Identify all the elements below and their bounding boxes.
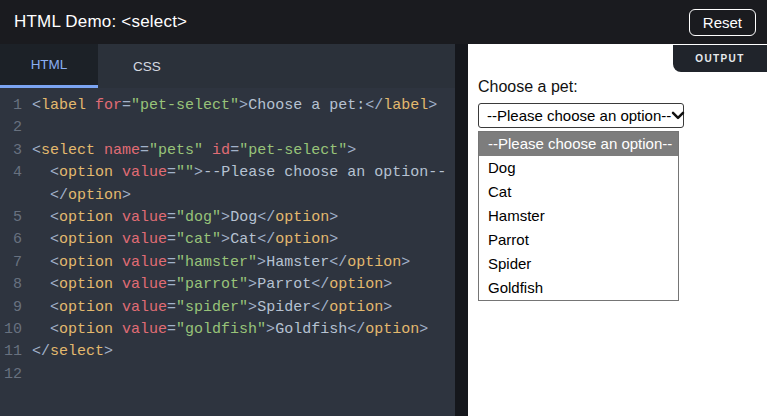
line-number: 6 — [0, 229, 22, 251]
line-number — [0, 185, 22, 207]
code-text: <option value="dog">Dog</option> — [32, 207, 338, 229]
pet-select[interactable]: --Please choose an option-- — [478, 103, 684, 128]
code-line: 12 — [0, 364, 455, 386]
dropdown-option[interactable]: Hamster — [479, 204, 678, 228]
tab-css[interactable]: CSS — [98, 44, 196, 88]
code-line: 9 <option value="spider">Spider</option> — [0, 297, 455, 319]
header: HTML Demo: <select> Reset — [0, 0, 767, 44]
code-line: 6 <option value="cat">Cat</option> — [0, 229, 455, 251]
line-number: 7 — [0, 252, 22, 274]
app-window: HTML Demo: <select> Reset HTML CSS 1<lab… — [0, 0, 767, 416]
output-content: Choose a pet: --Please choose an option-… — [468, 44, 767, 301]
code-text: <label for="pet-select">Choose a pet:</l… — [32, 95, 437, 117]
code-text: <option value="">--Please choose an opti… — [32, 162, 446, 184]
reset-button[interactable]: Reset — [689, 9, 756, 36]
code-line: 11</select> — [0, 341, 455, 363]
line-number: 11 — [0, 341, 22, 363]
code-text: <option value="spider">Spider</option> — [32, 297, 392, 319]
code-text: </option> — [32, 185, 131, 207]
code-line: </option> — [0, 185, 455, 207]
line-number: 1 — [0, 95, 22, 117]
line-number: 4 — [0, 162, 22, 184]
pet-select-value: --Please choose an option-- — [487, 107, 671, 124]
code-text: <select name="pets" id="pet-select"> — [32, 140, 356, 162]
pane-resizer[interactable] — [455, 44, 468, 416]
code-text: <option value="hamster">Hamster</option> — [32, 252, 410, 274]
output-pane: OUTPUT Choose a pet: --Please choose an … — [468, 44, 767, 416]
line-number: 5 — [0, 207, 22, 229]
dropdown-option[interactable]: Parrot — [479, 228, 678, 252]
line-number: 12 — [0, 364, 22, 386]
code-text: <option value="goldfish">Goldfish</optio… — [32, 319, 428, 341]
line-number: 3 — [0, 140, 22, 162]
code-line: 4 <option value="">--Please choose an op… — [0, 162, 455, 184]
code-line: 8 <option value="parrot">Parrot</option> — [0, 274, 455, 296]
pet-select-label: Choose a pet: — [478, 78, 767, 96]
page-title: HTML Demo: <select> — [14, 12, 187, 32]
chevron-down-icon — [671, 111, 685, 120]
code-text: <option value="parrot">Parrot</option> — [32, 274, 392, 296]
code-line: 3<select name="pets" id="pet-select"> — [0, 140, 455, 162]
select-dropdown: --Please choose an option--DogCatHamster… — [478, 131, 679, 301]
line-number: 9 — [0, 297, 22, 319]
code-line: 5 <option value="dog">Dog</option> — [0, 207, 455, 229]
line-number: 2 — [0, 117, 22, 139]
line-number: 10 — [0, 319, 22, 341]
code-text: </select> — [32, 341, 113, 363]
dropdown-option[interactable]: Goldfish — [479, 276, 678, 300]
code-line: 2 — [0, 117, 455, 139]
tab-html[interactable]: HTML — [0, 44, 98, 88]
code-line: 7 <option value="hamster">Hamster</optio… — [0, 252, 455, 274]
dropdown-option[interactable]: Dog — [479, 156, 678, 180]
code-line: 10 <option value="goldfish">Goldfish</op… — [0, 319, 455, 341]
output-tab: OUTPUT — [673, 45, 767, 72]
dropdown-option[interactable]: Spider — [479, 252, 678, 276]
line-number: 8 — [0, 274, 22, 296]
dropdown-option[interactable]: --Please choose an option-- — [479, 132, 678, 156]
code-line: 1<label for="pet-select">Choose a pet:</… — [0, 95, 455, 117]
code-editor[interactable]: 1<label for="pet-select">Choose a pet:</… — [0, 88, 455, 416]
editor-pane: HTML CSS 1<label for="pet-select">Choose… — [0, 44, 455, 416]
code-text: <option value="cat">Cat</option> — [32, 229, 338, 251]
main-split: HTML CSS 1<label for="pet-select">Choose… — [0, 44, 767, 416]
output-tab-label: OUTPUT — [695, 53, 745, 64]
editor-tabbar: HTML CSS — [0, 44, 455, 88]
dropdown-option[interactable]: Cat — [479, 180, 678, 204]
